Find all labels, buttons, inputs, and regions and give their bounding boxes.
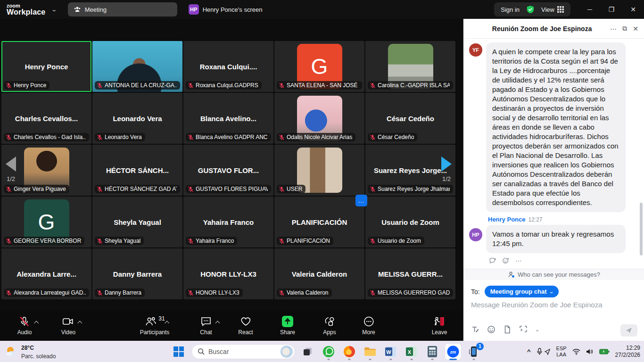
- participant-tile[interactable]: USER: [274, 145, 364, 196]
- message-bubble: A quien le compete crear la ley para los…: [486, 42, 626, 212]
- screenshot-icon[interactable]: [519, 325, 528, 334]
- participant-label: GUSTAVO FLORES PIGUAVE: [186, 185, 271, 193]
- muted-mic-icon: [370, 186, 376, 192]
- taskbar-search[interactable]: Buscar: [191, 344, 295, 359]
- mic-muted-icon: [19, 316, 30, 327]
- tray-overflow-chevron[interactable]: ^: [527, 348, 531, 355]
- message-more-icon[interactable]: ⋯: [515, 257, 522, 264]
- close-button[interactable]: ✕: [622, 0, 644, 19]
- participant-tile[interactable]: Valeria Calderon Valeria Calderon: [274, 248, 364, 299]
- share-button[interactable]: Share: [280, 315, 295, 336]
- muted-mic-icon: [97, 82, 103, 89]
- participant-label-text: GUSTAVO FLORES PIGUAVE: [196, 186, 268, 192]
- participant-tile[interactable]: G GEORGE VERA BORBOR: [1, 197, 91, 247]
- taskbar-zoom[interactable]: zm: [445, 344, 461, 360]
- chevron-up-icon[interactable]: [34, 321, 39, 326]
- participants-button[interactable]: 31Participants: [140, 315, 170, 336]
- sender-avatar: YF: [469, 43, 482, 57]
- video-button[interactable]: Video: [61, 315, 75, 336]
- taskbar-whatsapp[interactable]: [321, 344, 337, 360]
- chevron-down-icon[interactable]: ⌄: [535, 327, 539, 333]
- next-page-button[interactable]: 1/2: [441, 156, 452, 182]
- send-message-button[interactable]: [620, 324, 637, 337]
- sign-in-button[interactable]: Sign in: [501, 6, 520, 13]
- participant-tile[interactable]: Henry Ponce Henry Ponce: [1, 41, 91, 92]
- participant-tile[interactable]: G SANTA ELENA - SAN JOSÉ ...: [274, 41, 364, 92]
- participant-tile[interactable]: MELISSA GUERR... MELISSA GUERRERO GADP..…: [365, 248, 455, 299]
- taskbar-phone-link[interactable]: 1: [466, 344, 482, 360]
- taskbar-firefox[interactable]: [341, 344, 357, 360]
- taskbar-file-explorer[interactable]: [362, 344, 378, 360]
- muted-mic-icon: [97, 238, 103, 244]
- participant-tile[interactable]: Sheyla Yagual Sheyla Yagual: [92, 197, 182, 247]
- chevron-down-icon[interactable]: ⌄: [51, 7, 58, 13]
- more-button[interactable]: More: [362, 315, 375, 336]
- taskbar-calculator[interactable]: [424, 344, 440, 360]
- chevron-up-icon[interactable]: [215, 321, 220, 326]
- emoji-icon[interactable]: [487, 325, 495, 334]
- participant-tile[interactable]: GUSTAVO FLOR... GUSTAVO FLORES PIGUAVE: [183, 145, 273, 196]
- attach-file-icon[interactable]: [503, 325, 512, 334]
- chat-more-options-icon[interactable]: ⋯: [610, 25, 617, 33]
- battery-charging-icon[interactable]: [599, 348, 610, 355]
- mic-location-indicator-icon[interactable]: [537, 348, 551, 355]
- pop-out-icon[interactable]: ⧉: [622, 25, 627, 33]
- chat-scrollbar[interactable]: [640, 203, 643, 255]
- close-chat-icon[interactable]: ✕: [633, 25, 638, 33]
- participant-tile[interactable]: César Cedeño César Cedeño: [365, 93, 455, 144]
- participant-tile[interactable]: Danny Barrera Danny Barrera: [92, 248, 182, 299]
- format-text-icon[interactable]: [471, 325, 479, 334]
- participant-tile[interactable]: Blanca Avelino... Blanca Avelino GADPR A…: [183, 93, 273, 144]
- participant-label: César Cedeño: [368, 133, 417, 141]
- participant-tile[interactable]: HÉCTOR SÁNCH... HÉCTOR SÁNCHEZ GAD AT...: [92, 145, 182, 196]
- participant-tile[interactable]: Roxana Culqui.... Roxana Culqui.GADPRS: [183, 41, 273, 92]
- privacy-note[interactable]: Who can see your messages?: [463, 269, 644, 280]
- participant-tile[interactable]: ANTONIA DE LA CRUZ-GA...: [92, 41, 182, 92]
- participant-label-text: Valeria Calderon: [287, 289, 329, 296]
- language-indicator[interactable]: ESPLAA: [556, 346, 567, 357]
- message-input[interactable]: [471, 301, 637, 309]
- react-button[interactable]: React: [238, 315, 253, 336]
- wifi-icon[interactable]: [572, 348, 580, 355]
- participant-tile[interactable]: Charles Cevallos... Charles Cevallos - G…: [1, 93, 91, 144]
- tab-meeting[interactable]: Meeting: [68, 2, 177, 16]
- apps-button[interactable]: Apps: [323, 315, 336, 336]
- toolbar-label: Apps: [323, 329, 336, 336]
- task-view-button[interactable]: [300, 344, 316, 360]
- participant-tile[interactable]: Leonardo Vera Leonardo Vera: [92, 93, 182, 144]
- view-button[interactable]: View: [541, 6, 564, 13]
- reply-icon[interactable]: [489, 257, 496, 264]
- participant-tile[interactable]: Carolina C.-GADPR ISLA SA...: [365, 41, 455, 92]
- add-reaction-icon[interactable]: [502, 257, 510, 264]
- toolbar-label: Participants: [140, 329, 170, 336]
- recipient-selector[interactable]: Meeting group chat ⌄: [485, 286, 559, 297]
- security-shield-icon[interactable]: [526, 5, 535, 14]
- privacy-note-text: Who can see your messages?: [518, 271, 600, 278]
- start-button[interactable]: [171, 344, 187, 360]
- participant-tile[interactable]: PLANIFICACIÓN PLANIFICACIÓN: [274, 197, 364, 247]
- weather-widget[interactable]: 28°C Parc. soleado: [5, 343, 56, 360]
- chevron-up-icon[interactable]: [78, 321, 83, 326]
- participant-tile[interactable]: Usuario de Zoom Usuario de Zoom: [365, 197, 455, 247]
- participant-tile[interactable]: Yahaira Franco Yahaira Franco: [183, 197, 273, 247]
- leave-button[interactable]: Leave: [432, 315, 447, 336]
- notification-badge: 1: [476, 343, 484, 350]
- chevron-up-icon[interactable]: [165, 321, 169, 326]
- tile-more-options-button[interactable]: ...: [355, 195, 367, 206]
- chat-button[interactable]: Chat: [200, 315, 212, 336]
- restore-button[interactable]: ❐: [601, 0, 622, 19]
- muted-mic-icon: [188, 134, 194, 140]
- previous-page-button[interactable]: 1/2: [6, 156, 16, 182]
- search-daily-image[interactable]: [281, 346, 293, 358]
- participant-tile[interactable]: Alexandra Larre... Alexandra Larreategui…: [1, 248, 91, 299]
- participant-tile[interactable]: Odalis Nicole Alcivar Arias: [274, 93, 364, 144]
- clock-widget[interactable]: 12:29 27/2/2026: [615, 345, 640, 359]
- audio-button[interactable]: Audio: [17, 315, 32, 336]
- tab-henry-ponce-screen[interactable]: HP Henry Ponce's screen: [183, 2, 268, 16]
- participant-tile[interactable]: HONOR LLY-LX3 HONOR LLY-LX3: [183, 248, 273, 299]
- taskbar-word[interactable]: W: [383, 344, 399, 360]
- minimize-button[interactable]: ─: [579, 0, 601, 19]
- speaker-icon[interactable]: [586, 348, 594, 355]
- participant-label-text: Suarez Reyes Jorge Jhalmar: [378, 186, 450, 192]
- taskbar-excel[interactable]: X: [404, 344, 420, 360]
